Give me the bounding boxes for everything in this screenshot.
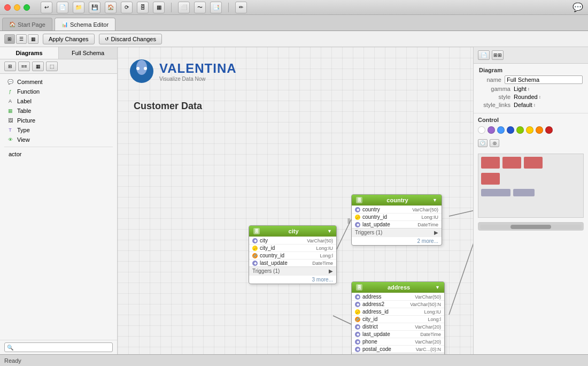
table-address[interactable]: 🗄 address ▼ ◆ address VarChar(50) ◆ addr… — [351, 281, 445, 354]
sidebar-view-btn1[interactable]: ⊞ — [4, 62, 16, 71]
tab-schema-editor[interactable]: 📊 Schema Editor — [55, 18, 115, 30]
table-city-more[interactable]: 3 more... — [249, 275, 336, 284]
field-name: last_update — [362, 222, 415, 227]
wave-icon[interactable]: 〜 — [194, 2, 206, 13]
table-icon: ▦ — [6, 107, 14, 115]
minimap-clock-btn[interactable]: 🕐 — [478, 139, 488, 147]
logo-area: VALENTINA Visualize Data Now — [128, 58, 237, 85]
status-text: Ready — [4, 357, 21, 364]
panel-note-btn[interactable]: 📄 — [478, 50, 490, 60]
table-country-arrow[interactable]: ▼ — [432, 197, 437, 203]
search-area — [0, 340, 117, 354]
discard-changes-button[interactable]: ↺ Discard Changes — [99, 34, 162, 44]
swatch-blue[interactable] — [507, 126, 514, 134]
swatch-white[interactable] — [478, 126, 485, 134]
table-city-triggers[interactable]: Triggers (1) ▶ — [249, 266, 336, 275]
pk-icon: 🔑 — [355, 309, 360, 315]
open-icon[interactable]: 📁 — [73, 2, 84, 13]
swatch-yellow[interactable] — [526, 126, 533, 134]
svg-line-6 — [449, 240, 473, 315]
svg-text:||: || — [347, 218, 350, 224]
sidebar-tab-diagrams[interactable]: Diagrams — [0, 47, 59, 59]
sidebar-item-picture[interactable]: 🖼 Picture — [4, 116, 113, 125]
table-city-arrow[interactable]: ▼ — [327, 228, 332, 234]
sidebar-entity-actor[interactable]: actor — [4, 149, 113, 159]
panel-row-style: style Rounded ↕ — [479, 94, 583, 100]
sidebar-item-comment[interactable]: 💬 Comment — [4, 77, 113, 87]
main-layout: Diagrams Full Schema ⊞ ≡≡ ▦ ⬚ 💬 Comment … — [0, 47, 588, 354]
more-label: 2 more... — [417, 238, 438, 244]
sidebar-item-function[interactable]: ƒ Function — [4, 87, 113, 96]
minimap-scrollbar[interactable] — [478, 222, 584, 231]
mini-table-5 — [481, 189, 510, 196]
picture-icon: 🖼 — [6, 117, 14, 124]
sidebar-tab-fullschema[interactable]: Full Schema — [59, 47, 117, 59]
field-name: address — [362, 294, 413, 300]
sidebar-item-function-label: Function — [17, 88, 40, 95]
titlebar: ↩ 📄 📁 💾 🏠 ⟳ 🗄 ▦ ⬜ 〜 📑 ✏ 💬 — [0, 0, 588, 15]
back-icon[interactable]: ↩ — [41, 2, 52, 13]
table-row: ◆ district VarChar(20) — [352, 323, 444, 330]
field-icon: ◆ — [252, 238, 258, 243]
chat-icon[interactable]: 💬 — [572, 2, 584, 13]
right-panel-top: 📄 ⊞⊞ — [474, 47, 588, 64]
minimize-button[interactable] — [14, 4, 20, 11]
note-icon[interactable]: 📑 — [210, 2, 222, 13]
panel-grid-btn[interactable]: ⊞⊞ — [492, 50, 504, 60]
view-grid-button[interactable]: ⊞ — [4, 34, 15, 44]
table-address-arrow[interactable]: ▼ — [435, 285, 440, 290]
swatch-purple[interactable] — [488, 126, 495, 134]
tab-start-page[interactable]: 🏠 Start Page — [2, 18, 52, 30]
swatch-red[interactable] — [545, 126, 553, 134]
field-icon: ◆ — [355, 294, 360, 300]
sidebar-view-btn2[interactable]: ≡≡ — [18, 62, 30, 71]
chart-icon[interactable]: ▦ — [153, 2, 165, 13]
sidebar-tabs: Diagrams Full Schema — [0, 47, 117, 59]
canvas[interactable]: VALENTINA Visualize Data Now Customer Da… — [118, 47, 473, 354]
toolbar-divider2 — [228, 3, 229, 12]
search-input[interactable] — [4, 342, 113, 352]
swatch-blue-light[interactable] — [497, 126, 505, 134]
table-country-more[interactable]: 2 more... — [352, 237, 442, 245]
sidebar-view-btn4[interactable]: ⬚ — [46, 62, 58, 71]
panel-value-style[interactable]: Rounded ↕ — [514, 94, 541, 100]
fk-icon: 🔗 — [355, 317, 360, 322]
table-country-triggers[interactable]: Triggers (1) ▶ — [352, 228, 442, 237]
svg-line-7 — [449, 210, 473, 216]
database-icon[interactable]: 🗄 — [137, 2, 149, 13]
new-icon[interactable]: 📄 — [57, 2, 68, 13]
swatch-green-yellow[interactable] — [516, 126, 524, 134]
scrollbar-thumb[interactable] — [510, 225, 551, 229]
view-table-button[interactable]: ▦ — [28, 34, 38, 44]
sidebar-item-label[interactable]: A Label — [4, 96, 113, 106]
field-name: address_id — [362, 309, 422, 315]
field-type: Long:IU — [421, 215, 438, 220]
panel-value-style-links[interactable]: Default ↕ — [514, 102, 536, 108]
panel-value-name[interactable] — [505, 75, 583, 84]
table-country[interactable]: 🗄 country ▼ ◆ country VarChar(50) 🔑 coun… — [351, 194, 442, 246]
home-icon[interactable]: 🏠 — [105, 2, 117, 13]
sidebar-item-label-label: Label — [17, 98, 32, 104]
refresh-icon[interactable]: ⟳ — [121, 2, 133, 13]
sidebar-item-table[interactable]: ▦ Table — [4, 106, 113, 116]
sidebar-item-type[interactable]: T Type — [4, 125, 113, 135]
table-city[interactable]: 🗄 city ▼ ◆ city VarChar(50) 🔑 city_id Lo… — [249, 225, 337, 284]
minimap-target-btn[interactable]: ◎ — [490, 139, 499, 147]
panel-value-gamma[interactable]: Light ↕ — [514, 86, 530, 92]
sidebar-item-view[interactable]: 👁 View — [4, 135, 113, 144]
fullscreen-button[interactable] — [24, 4, 30, 11]
grid-icon[interactable]: ⬜ — [178, 2, 190, 13]
save-icon[interactable]: 💾 — [89, 2, 100, 13]
apply-changes-button[interactable]: Apply Changes — [43, 34, 95, 44]
pen-icon[interactable]: ✏ — [235, 2, 247, 13]
sidebar-items: 💬 Comment ƒ Function A Label ▦ Table 🖼 P… — [0, 74, 117, 340]
label-icon: A — [6, 97, 14, 105]
sidebar-view-btn3[interactable]: ▦ — [32, 62, 44, 71]
view-list-button[interactable]: ☰ — [16, 34, 27, 44]
close-button[interactable] — [4, 4, 11, 11]
triggers-arrow: ▶ — [434, 230, 438, 235]
swatch-orange[interactable] — [536, 126, 543, 134]
table-address-triggers[interactable]: Triggers (1) ▶ — [352, 353, 444, 354]
control-section-title: Control — [478, 117, 584, 123]
canvas-title: Customer Data — [134, 101, 202, 112]
